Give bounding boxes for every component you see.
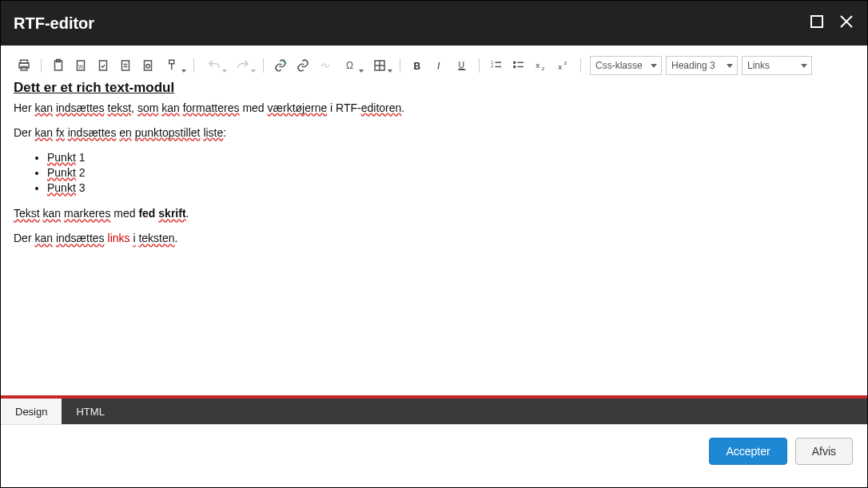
content-paragraph: Der kan indsættes links i teksten.	[14, 231, 854, 246]
paste-plain-icon[interactable]	[115, 56, 136, 75]
print-icon[interactable]	[14, 56, 34, 75]
reject-button[interactable]: Afvis	[795, 438, 853, 465]
table-icon[interactable]	[366, 56, 393, 75]
list-item: Punkt 3	[47, 181, 854, 196]
css-class-select-label: Css-klasse	[595, 60, 643, 71]
editor-content[interactable]: Dett er et rich text-modul Her kan indsæ…	[12, 79, 856, 383]
paste-checked-icon[interactable]	[93, 56, 113, 75]
ordered-list-icon[interactable]: 12	[486, 56, 507, 75]
paste-html-icon[interactable]	[137, 56, 158, 75]
window-title: RTF-editor	[14, 14, 94, 33]
svg-text:2: 2	[542, 66, 545, 71]
titlebar: RTF-editor	[1, 1, 867, 46]
links-select[interactable]: Links	[742, 56, 812, 75]
heading-select-label: Heading 3	[671, 60, 715, 71]
format-painter-icon[interactable]	[160, 56, 187, 75]
svg-text:W: W	[78, 64, 84, 69]
unordered-list-icon[interactable]	[508, 56, 529, 75]
bold-icon[interactable]: B	[407, 56, 428, 75]
link-add-icon[interactable]	[270, 56, 291, 75]
maximize-icon[interactable]	[810, 14, 824, 32]
window-controls	[810, 14, 854, 33]
css-class-select[interactable]: Css-klasse	[590, 56, 662, 75]
svg-rect-10	[100, 61, 107, 70]
superscript-icon[interactable]: x2	[553, 56, 574, 75]
omega-symbol-icon[interactable]: Ω	[337, 56, 364, 75]
svg-rect-0	[811, 16, 822, 27]
editor-area: W	[1, 46, 867, 394]
list-item: Punkt 1	[47, 150, 854, 165]
close-icon[interactable]	[838, 14, 854, 33]
tab-design[interactable]: Design	[1, 399, 62, 424]
svg-text:x: x	[536, 61, 540, 69]
underline-icon[interactable]: U	[452, 56, 472, 75]
tabstrip: Design HTML	[1, 399, 867, 424]
svg-point-29	[514, 65, 516, 67]
svg-text:2: 2	[491, 64, 493, 69]
toolbar-separator	[479, 58, 480, 73]
svg-rect-11	[122, 61, 129, 70]
toolbar: W	[12, 57, 856, 79]
svg-text:2: 2	[564, 61, 567, 65]
unlink-icon[interactable]	[315, 56, 336, 75]
links-select-label: Links	[747, 60, 770, 71]
paste-word-icon[interactable]: W	[70, 56, 91, 75]
subscript-icon[interactable]: x2	[531, 56, 551, 75]
svg-text:B: B	[414, 61, 421, 72]
redo-icon[interactable]	[229, 56, 257, 75]
link-icon[interactable]	[293, 56, 313, 75]
svg-rect-14	[145, 61, 152, 70]
bullet-list: Punkt 1 Punkt 2 Punkt 3	[47, 150, 854, 196]
svg-text:I: I	[437, 61, 440, 72]
content-paragraph: Her kan indsættes tekst, som kan formatt…	[14, 101, 854, 116]
svg-text:U: U	[459, 60, 465, 69]
toolbar-separator	[263, 58, 264, 73]
content-paragraph: Der kan fx indsættes en punktopstillet l…	[14, 125, 854, 141]
dialog-button-bar: Accepter Afvis	[1, 424, 867, 478]
toolbar-separator	[193, 58, 194, 73]
accept-button[interactable]: Accepter	[709, 438, 786, 465]
svg-text:Ω: Ω	[346, 60, 353, 71]
undo-icon[interactable]	[201, 56, 228, 75]
toolbar-separator	[41, 58, 42, 73]
tab-html[interactable]: HTML	[62, 399, 118, 424]
list-item: Punkt 2	[47, 165, 854, 181]
heading-select[interactable]: Heading 3	[666, 56, 738, 75]
svg-text:x: x	[558, 62, 562, 71]
content-heading: Dett er et rich text-modul	[14, 79, 854, 97]
content-paragraph: Tekst kan markeres med fed skrift.	[14, 206, 854, 221]
svg-point-28	[514, 61, 516, 63]
toolbar-separator	[400, 58, 400, 73]
italic-icon[interactable]: I	[429, 56, 450, 75]
content-link[interactable]: links	[108, 232, 130, 244]
paste-icon[interactable]	[48, 56, 69, 75]
svg-point-15	[146, 65, 150, 69]
toolbar-separator	[580, 58, 581, 73]
